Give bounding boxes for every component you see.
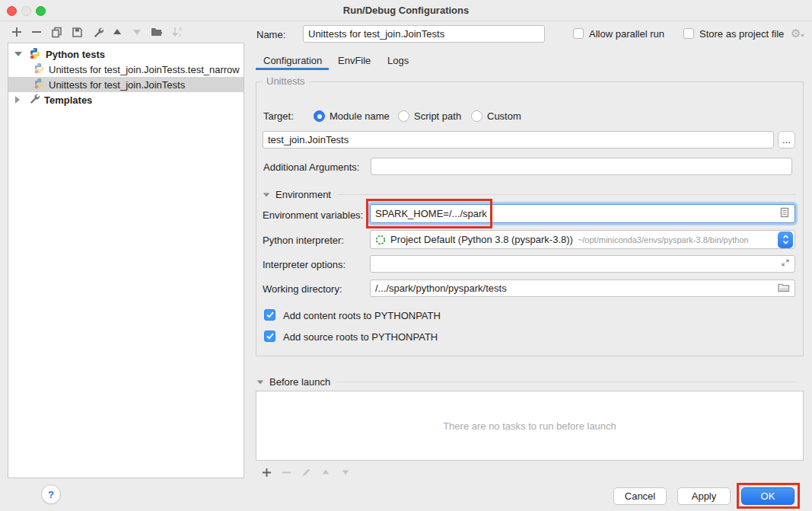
svg-text:a: a [179, 26, 182, 31]
python-interpreter-select[interactable]: Project Default (Python 3.8 (pyspark-3.8… [370, 230, 795, 249]
name-input[interactable]: Unittests for test_join.JoinTests [303, 25, 545, 43]
tree-item-unittests-narrow[interactable]: Unittests for test_join.JoinTests.test_n… [8, 62, 244, 77]
environment-variables-input[interactable]: SPARK_HOME=/.../spark [370, 204, 795, 223]
before-launch-section-header[interactable]: Before launch [256, 376, 796, 388]
edit-templates-icon[interactable] [90, 24, 105, 40]
additional-arguments-input[interactable] [371, 158, 792, 175]
svg-text:z: z [179, 32, 181, 37]
before-launch-edit-button[interactable] [298, 465, 314, 480]
cancel-button[interactable]: Cancel [613, 487, 667, 505]
before-launch-move-down-button[interactable] [338, 465, 353, 480]
add-content-roots-checkbox[interactable] [264, 309, 275, 321]
move-down-button[interactable] [129, 24, 145, 40]
save-configuration-button[interactable] [69, 24, 84, 40]
store-as-project-file-checkbox[interactable] [683, 28, 694, 39]
environment-section-header[interactable]: Environment [263, 189, 796, 200]
edit-variables-icon[interactable] [779, 207, 790, 220]
tree-item-unittests-jointests-selected[interactable]: Unittests for test_join.JoinTests [8, 77, 244, 92]
target-module-name-radio[interactable] [314, 110, 325, 122]
remove-configuration-button[interactable] [29, 24, 44, 40]
before-launch-add-button[interactable] [259, 465, 274, 480]
interpreter-options-label: Interpreter options: [263, 259, 345, 270]
target-module-input[interactable]: test_join.JoinTests [263, 131, 774, 149]
before-launch-task-list[interactable]: There are no tasks to run before launch [256, 391, 804, 461]
tab-configuration[interactable]: Configuration [263, 55, 322, 66]
target-label: Target: [263, 110, 294, 122]
name-label: Name: [256, 29, 285, 40]
store-options-gear-icon[interactable]: ⚙▾ [791, 27, 804, 39]
configurations-tree: Python tests Unittests for test_join.Joi… [8, 43, 244, 478]
interpreter-dropdown-stepper[interactable] [778, 232, 793, 248]
help-button[interactable]: ? [41, 484, 61, 504]
store-as-project-file-label: Store as project file [699, 28, 784, 40]
collapse-arrow-icon[interactable] [14, 52, 22, 56]
title-bar[interactable]: Run/Debug Configurations [0, 0, 812, 21]
environment-variables-label: Environment variables: [263, 209, 363, 221]
allow-parallel-run-checkbox[interactable] [573, 28, 584, 39]
python-tests-icon [29, 47, 41, 62]
tab-logs[interactable]: Logs [387, 55, 409, 66]
conda-environment-icon [375, 235, 386, 245]
move-up-button[interactable] [110, 24, 125, 40]
python-test-icon [33, 78, 45, 91]
before-launch-section-label: Before launch [269, 376, 330, 388]
active-tab-underline [256, 68, 329, 70]
interpreter-options-input[interactable] [370, 255, 795, 273]
target-module-name-label: Module name [330, 110, 390, 122]
window-title: Run/Debug Configurations [0, 5, 812, 16]
target-custom-radio[interactable] [471, 110, 482, 122]
new-folder-button[interactable] [149, 24, 164, 40]
run-debug-configurations-dialog: Run/Debug Configurations az [0, 0, 812, 511]
copy-configuration-button[interactable] [49, 24, 64, 40]
add-configuration-button[interactable] [9, 24, 24, 40]
tree-item-label: Unittests for test_join.JoinTests.test_n… [49, 64, 240, 75]
before-launch-move-up-button[interactable] [318, 465, 333, 480]
python-test-icon [33, 62, 45, 76]
apply-button[interactable]: Apply [677, 487, 731, 505]
working-directory-label: Working directory: [263, 283, 342, 295]
target-script-path-radio[interactable] [398, 110, 409, 122]
additional-arguments-label: Additional Arguments: [263, 161, 359, 173]
collapse-environment-icon[interactable] [263, 193, 270, 196]
environment-section-label: Environment [275, 189, 331, 200]
ok-button[interactable]: OK [741, 487, 794, 505]
tree-item-templates[interactable]: Templates [8, 92, 244, 107]
interpreter-path: ~/opt/miniconda3/envs/pyspark-3.8/bin/py… [578, 235, 749, 244]
tree-item-label: Templates [44, 94, 92, 106]
wrench-icon [28, 93, 40, 107]
add-source-roots-label: Add source roots to PYTHONPATH [283, 331, 438, 343]
before-launch-empty-message: There are no tasks to run before launch [443, 420, 616, 432]
allow-parallel-run-label: Allow parallel run [589, 28, 664, 40]
browse-module-button[interactable]: ... [778, 131, 795, 149]
tree-item-label: Unittests for test_join.JoinTests [49, 79, 185, 91]
section-divider [337, 194, 796, 195]
tree-item-label: Python tests [46, 49, 105, 60]
expand-field-icon[interactable] [781, 258, 790, 270]
expand-arrow-icon[interactable] [15, 96, 20, 104]
section-divider [336, 382, 796, 382]
tree-item-python-tests[interactable]: Python tests [8, 46, 244, 62]
collapse-before-launch-icon[interactable] [257, 380, 264, 384]
sort-alphabetically-button[interactable]: az [170, 24, 186, 40]
before-launch-remove-button[interactable] [279, 465, 294, 480]
unittests-group-label: Unittests [263, 75, 309, 87]
working-directory-input[interactable]: /.../spark/python/pyspark/tests [370, 279, 795, 297]
add-content-roots-label: Add content roots to PYTHONPATH [283, 310, 441, 321]
target-script-path-label: Script path [414, 110, 461, 122]
python-interpreter-label: Python interpreter: [263, 235, 344, 246]
browse-folder-icon[interactable] [778, 283, 790, 295]
target-custom-label: Custom [487, 110, 521, 122]
tab-envfile[interactable]: EnvFile [338, 55, 371, 66]
add-source-roots-checkbox[interactable] [264, 331, 275, 342]
